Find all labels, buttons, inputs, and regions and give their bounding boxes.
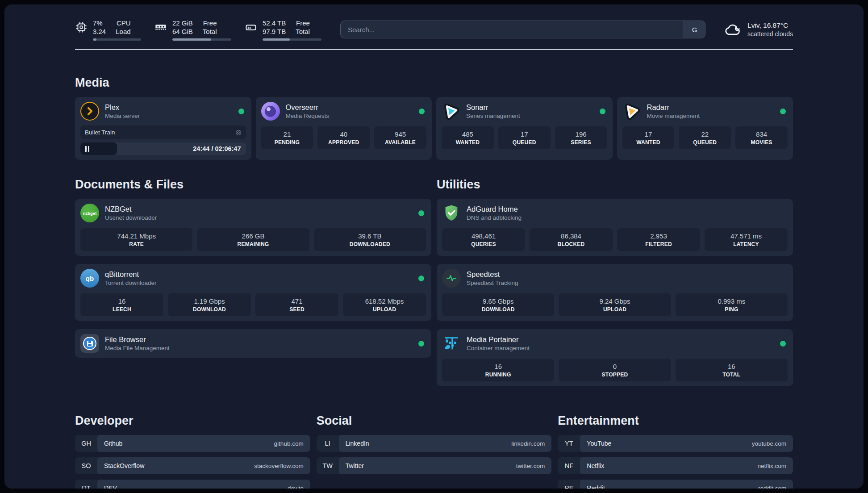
stat-value: 618.52 Mbps <box>345 297 424 305</box>
stat-value: 17 <box>500 130 549 138</box>
bookmark-url: dev.to <box>288 485 304 489</box>
bookmark-group-entertainment: Entertainment YT YouTubeyoutube.com NF N… <box>558 414 793 489</box>
service-card-radarr[interactable]: Radarr Movie management 17 WANTED 22 QUE… <box>617 97 793 160</box>
cpu-load-label: Load <box>116 27 130 36</box>
bookmark-linkedin[interactable]: LI LinkedInlinkedin.com <box>317 435 552 452</box>
stat-tile: 39.6 TB DOWNLOADED <box>314 228 426 251</box>
bookmark-twitter[interactable]: TW Twittertwitter.com <box>317 457 552 474</box>
stat-tile: 86,384 BLOCKED <box>530 228 613 251</box>
service-description: DNS and adblocking <box>467 214 522 222</box>
portainer-icon <box>442 334 461 353</box>
bookmark-url: linkedin.com <box>511 440 545 447</box>
disk-icon <box>245 21 257 33</box>
service-name: Overseerr <box>286 103 330 112</box>
stat-value: 16 <box>677 363 786 370</box>
qbittorrent-icon: qb <box>80 269 99 288</box>
bookmark-stackoverflow[interactable]: SO StackOverflowstackoverflow.com <box>75 457 310 474</box>
stat-tile: 834 MOVIES <box>735 126 788 149</box>
service-card-portainer[interactable]: Media Portainer Container management 16 … <box>437 329 793 386</box>
section-title-social: Social <box>317 414 552 428</box>
section-title-media: Media <box>75 76 793 90</box>
disk-widget: 52.4 TB 97.9 TB Free Total <box>245 19 321 41</box>
service-description: Media server <box>105 112 140 120</box>
stat-tile: 16 RUNNING <box>442 359 554 381</box>
stat-label: UPLOAD <box>345 306 424 313</box>
bookmark-netflix[interactable]: NF Netflixnetflix.com <box>558 457 793 474</box>
stat-label: SEED <box>257 306 337 313</box>
disk-free-label: Free <box>296 19 310 28</box>
service-card-overseerr[interactable]: Overseerr Media Requests 21 PENDING 40 A… <box>256 97 432 160</box>
search-input[interactable] <box>341 21 684 38</box>
playback-played-segment <box>80 142 117 155</box>
bookmark-url: reddit.com <box>758 485 786 489</box>
stat-label: RUNNING <box>444 372 552 378</box>
search-provider-button[interactable]: G <box>684 21 705 38</box>
status-dot <box>600 109 605 114</box>
pause-icon <box>85 146 89 152</box>
service-description: Speedtest Tracking <box>467 279 518 287</box>
weather-widget: Lviv, 16.87°C scattered clouds <box>724 21 793 38</box>
stat-value: 86,384 <box>531 232 611 240</box>
service-name: Sonarr <box>466 103 520 112</box>
stat-tile: 618.52 Mbps UPLOAD <box>343 293 426 316</box>
stat-tile: 16 TOTAL <box>676 359 788 381</box>
bookmark-name: Reddit <box>587 485 605 489</box>
stat-value: 196 <box>557 130 605 138</box>
bookmark-youtube[interactable]: YT YouTubeyoutube.com <box>558 435 793 452</box>
bookmark-abbr: DT <box>75 480 97 489</box>
service-card-filebrowser[interactable]: File Browser Media File Management <box>75 329 431 358</box>
cpu-load-value: 3.24 <box>93 27 106 36</box>
stat-label: PING <box>677 306 786 313</box>
stat-tile: 17 WANTED <box>622 126 675 149</box>
adguard-icon <box>442 204 461 222</box>
service-card-plex[interactable]: Plex Media server Bullet Train ◎ 24:44 /… <box>75 97 251 160</box>
bookmark-github[interactable]: GH Githubgithub.com <box>75 435 310 452</box>
stat-tile: 9.65 Gbps DOWNLOAD <box>442 293 554 316</box>
stat-label: RATE <box>82 241 191 247</box>
status-dot <box>418 210 424 216</box>
service-card-speedtest[interactable]: Speedtest Speedtest Tracking 9.65 Gbps D… <box>437 264 793 321</box>
service-card-qbittorrent[interactable]: qb qBittorrent Torrent downloader 16 LEE… <box>75 264 431 321</box>
cast-icon: ◎ <box>235 128 241 136</box>
stat-value: 16 <box>444 363 552 370</box>
stat-label: QUERIES <box>444 241 523 247</box>
service-card-adguard[interactable]: AdGuard Home DNS and adblocking 498,461 … <box>437 199 793 256</box>
bookmark-reddit[interactable]: RE Redditreddit.com <box>558 480 793 489</box>
overseerr-icon <box>261 102 280 121</box>
bookmark-dev[interactable]: DT DEVdev.to <box>75 480 310 489</box>
bookmark-name: YouTube <box>587 440 611 447</box>
status-dot <box>419 109 425 114</box>
service-card-sonarr[interactable]: Sonarr Series management 485 WANTED 17 Q… <box>436 97 613 160</box>
stat-tile: 21 PENDING <box>261 126 313 149</box>
bookmark-group-developer: Developer GH Githubgithub.com SO StackOv… <box>75 414 310 489</box>
service-description: Media File Management <box>105 344 170 352</box>
bookmark-abbr: NF <box>558 457 580 474</box>
stat-tile: 40 APPROVED <box>317 126 370 149</box>
cpu-usage-value: 7% <box>93 19 106 28</box>
stat-label: BLOCKED <box>531 241 611 247</box>
bookmark-name: StackOverflow <box>104 462 144 469</box>
service-name: Plex <box>105 103 140 112</box>
service-name: NZBGet <box>105 205 157 214</box>
stat-tile: 485 WANTED <box>442 126 494 149</box>
service-description: Series management <box>466 112 520 120</box>
filebrowser-icon <box>80 334 99 353</box>
stat-label: DOWNLOAD <box>444 306 552 313</box>
memory-free-value: 22 GiB <box>172 19 193 28</box>
section-title-entertainment: Entertainment <box>558 414 793 428</box>
status-dot <box>780 109 786 114</box>
bookmark-name: Twitter <box>346 462 364 469</box>
memory-widget: 22 GiB 64 GiB Free Total <box>154 19 231 41</box>
cpu-label: CPU <box>116 19 130 28</box>
stat-value: 40 <box>319 130 368 138</box>
header-divider <box>75 49 793 50</box>
service-description: Movie management <box>647 112 700 120</box>
status-dot <box>780 341 786 347</box>
bookmark-name: DEV <box>104 485 117 489</box>
service-description: Media Requests <box>286 112 330 120</box>
stat-value: 16 <box>82 297 162 305</box>
stat-value: 498,461 <box>444 232 523 240</box>
bookmark-name: Netflix <box>587 462 604 469</box>
service-card-nzbget[interactable]: nzbget NZBGet Usenet downloader 744.21 M… <box>75 199 431 256</box>
bookmark-abbr: TW <box>317 457 339 474</box>
